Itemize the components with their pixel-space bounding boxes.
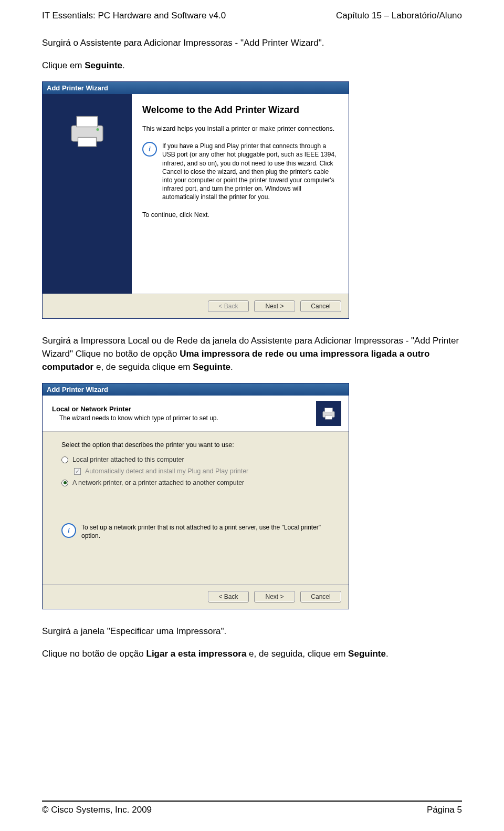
printer-icon — [66, 110, 108, 152]
next-button[interactable]: Next > — [254, 300, 295, 312]
info-icon: i — [142, 142, 157, 157]
wizard1-continue: To continue, click Next. — [142, 211, 338, 219]
svg-rect-5 — [325, 408, 333, 412]
wizard2-head-sub: The wizard needs to know which type of p… — [59, 414, 218, 422]
add-printer-wizard-localnetwork: Add Printer Wizard Local or Network Prin… — [42, 383, 349, 609]
header-left: IT Essentials: PC Hardware and Software … — [42, 11, 226, 21]
wizard1-banner — [43, 94, 132, 294]
next-button[interactable]: Next > — [254, 591, 295, 603]
wizard1-info-text: If you have a Plug and Play printer that… — [162, 142, 338, 201]
cancel-button[interactable]: Cancel — [300, 300, 341, 312]
back-button[interactable]: < Back — [208, 591, 249, 603]
svg-rect-6 — [325, 416, 332, 420]
wizard2-titlebar: Add Printer Wizard — [43, 383, 349, 396]
radio-icon — [61, 480, 68, 486]
checkbox-auto-detect: Automatically detect and install my Plug… — [74, 468, 333, 475]
wizard2-tip: To set up a network printer that is not … — [81, 523, 333, 540]
svg-rect-2 — [78, 138, 97, 147]
cancel-button[interactable]: Cancel — [300, 591, 341, 603]
back-button: < Back — [208, 300, 249, 312]
radio-network-printer[interactable]: A network printer, or a printer attached… — [61, 479, 333, 486]
wizard1-welcome-sub: This wizard helps you install a printer … — [142, 125, 338, 132]
info-icon: i — [61, 523, 76, 538]
radio-local-printer[interactable]: Local printer attached to this computer — [61, 456, 333, 463]
paragraph-1b: Clique em Seguinte. — [42, 59, 462, 72]
header-right: Capítulo 15 – Laboratório/Aluno — [336, 11, 462, 21]
paragraph-4: Clique no botão de opção Ligar a esta im… — [42, 648, 462, 661]
checkbox-icon — [74, 468, 81, 475]
svg-rect-1 — [77, 117, 98, 127]
wizard2-prompt: Select the option that describes the pri… — [61, 441, 333, 449]
paragraph-1a: Surgirá o Assistente para Adicionar Impr… — [42, 37, 462, 50]
footer-left: © Cisco Systems, Inc. 2009 — [42, 805, 152, 815]
printer-icon — [316, 401, 341, 426]
paragraph-3: Surgirá a janela "Especificar uma Impres… — [42, 625, 462, 638]
footer-right: Página 5 — [427, 805, 462, 815]
add-printer-wizard-welcome: Add Printer Wizard Welcome to the Add Pr… — [42, 81, 349, 319]
wizard2-head-title: Local or Network Printer — [52, 405, 218, 413]
wizard1-titlebar: Add Printer Wizard — [43, 82, 349, 94]
radio-icon — [61, 456, 68, 463]
wizard1-welcome-title: Welcome to the Add Printer Wizard — [142, 105, 338, 116]
paragraph-2: Surgirá a Impressora Local ou de Rede da… — [42, 335, 462, 373]
svg-point-3 — [97, 128, 99, 131]
